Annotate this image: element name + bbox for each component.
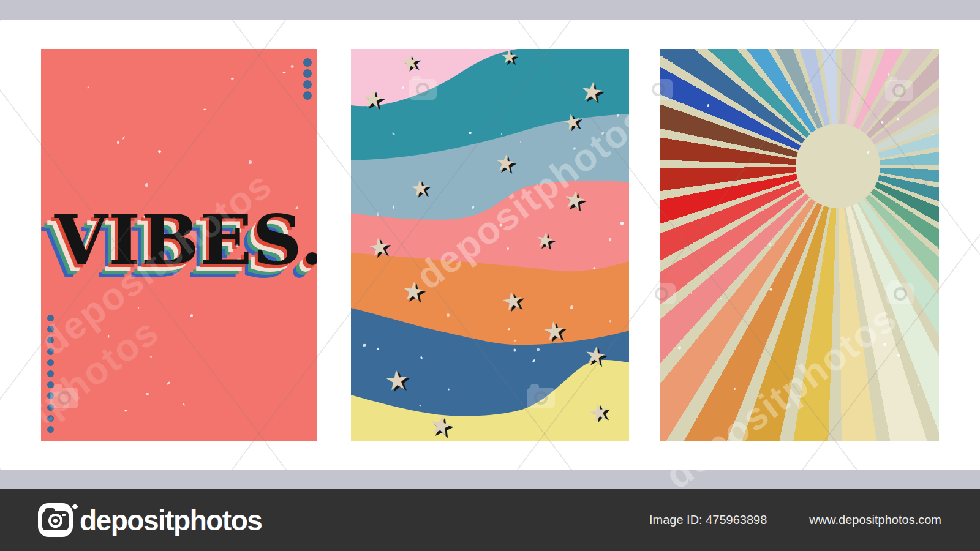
speckle	[377, 212, 379, 216]
dot	[47, 337, 54, 343]
speckle	[393, 205, 394, 208]
top-margin-strip	[0, 0, 980, 20]
star: ★	[582, 342, 608, 369]
camera-logo-icon	[38, 503, 73, 537]
speckle	[190, 314, 194, 318]
speckle	[282, 72, 285, 73]
poster-sunburst	[660, 49, 939, 441]
speckle	[203, 109, 206, 111]
vibes-title: VIBES.	[41, 206, 317, 274]
speckle	[86, 86, 89, 89]
speckle	[537, 348, 540, 350]
footer-bar: depositphotos Image ID: 475963898 www.de…	[0, 489, 980, 551]
star: ★	[383, 366, 410, 395]
dot	[47, 359, 54, 366]
speckle	[707, 104, 709, 107]
speckle	[124, 410, 127, 412]
speckle	[183, 403, 186, 407]
speckle	[720, 298, 722, 299]
website-text: www.depositphotos.com	[809, 513, 941, 527]
dot	[47, 381, 54, 388]
dot	[47, 415, 54, 422]
speckle	[469, 132, 472, 134]
dot	[47, 370, 54, 377]
dot	[47, 426, 54, 433]
speckle	[248, 160, 251, 164]
star: ★	[578, 78, 605, 107]
speckle	[145, 182, 149, 187]
dot	[303, 69, 312, 78]
star: ★	[427, 410, 455, 441]
star: ★	[399, 50, 421, 74]
speckle	[291, 64, 294, 67]
dot	[47, 326, 54, 332]
speckle	[117, 141, 119, 144]
depositphotos-logo: depositphotos	[38, 489, 262, 551]
footer-meta: Image ID: 475963898 www.depositphotos.co…	[649, 489, 941, 551]
speckle	[677, 346, 681, 349]
sun-circle	[796, 124, 880, 208]
sparkle-icon	[72, 504, 78, 510]
star: ★	[501, 49, 518, 66]
speckle	[377, 347, 379, 350]
star: ★	[562, 186, 587, 214]
dot	[47, 392, 54, 399]
speckle	[146, 393, 149, 395]
bottom-margin-strip	[0, 470, 980, 489]
poster-waves: ★ ★ ★ ★ ★ ★ ★ ★ ★ ★ ★ ★ ★ ★ ★ ★ ★	[351, 49, 629, 441]
star: ★	[500, 287, 526, 315]
star: ★	[366, 233, 391, 261]
star: ★	[494, 151, 517, 176]
dot	[303, 58, 312, 67]
star: ★	[401, 278, 426, 305]
poster-vibes: VIBES.	[41, 49, 317, 441]
speckle	[123, 136, 126, 140]
dot	[303, 91, 312, 100]
star: ★	[535, 228, 556, 252]
star: ★	[361, 86, 385, 112]
sun-rays	[660, 49, 939, 441]
speckle	[620, 222, 624, 225]
logo-wordmark: depositphotos	[80, 504, 262, 537]
star: ★	[409, 176, 431, 200]
image-id-text: Image ID: 475963898	[649, 513, 767, 527]
speckle	[231, 77, 234, 80]
camera-body	[42, 511, 69, 530]
dot	[47, 404, 54, 411]
speckle	[167, 381, 171, 385]
star: ★	[541, 317, 567, 345]
dot	[47, 315, 54, 321]
dot	[303, 80, 312, 89]
speckle	[138, 307, 140, 309]
dot	[47, 348, 54, 355]
speckle	[107, 335, 109, 339]
footer-divider	[788, 508, 788, 533]
speckle	[769, 288, 772, 290]
speckle	[150, 356, 153, 358]
speckle	[157, 149, 162, 154]
